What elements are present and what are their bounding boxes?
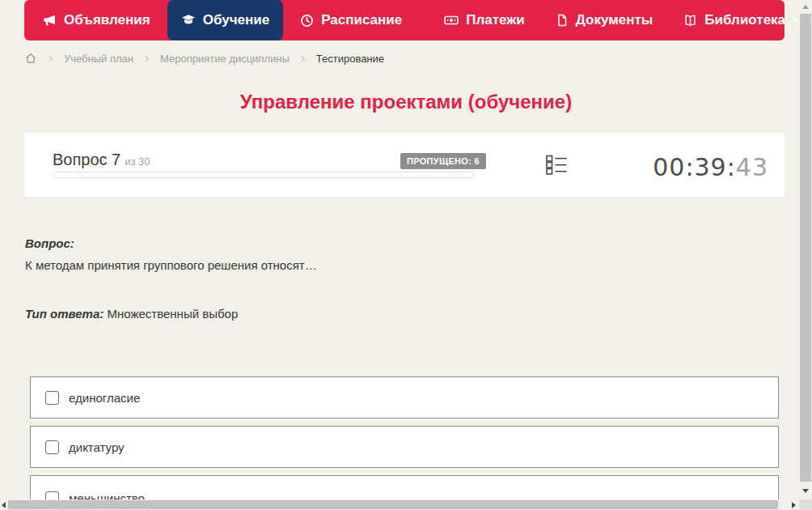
megaphone-icon xyxy=(43,14,57,28)
home-icon[interactable] xyxy=(24,52,37,65)
breadcrumb: Учебный план Мероприятие дисциплины Тест… xyxy=(24,49,384,67)
nav-item-announcements[interactable]: Объявления xyxy=(29,0,164,40)
question-total: из 30 xyxy=(125,155,150,168)
quiz-header-panel: Вопрос 7из 30 ПРОПУЩЕНО: 6 00:39:43 xyxy=(24,133,785,197)
breadcrumb-discipline-event[interactable]: Мероприятие дисциплины xyxy=(160,53,290,65)
option-checkbox[interactable] xyxy=(45,391,59,405)
quiz-progress-bar xyxy=(53,172,475,178)
skipped-badge: ПРОПУЩЕНО: 6 xyxy=(400,153,486,169)
nav-item-payments[interactable]: Платежи xyxy=(430,0,539,40)
scrollbar-corner xyxy=(799,499,812,510)
horizontal-scrollbar[interactable] xyxy=(0,499,799,510)
scroll-right-icon[interactable] xyxy=(792,502,796,508)
option-checkbox[interactable] xyxy=(45,440,59,454)
scroll-up-icon[interactable] xyxy=(802,5,809,9)
nav-item-label: Платежи xyxy=(466,12,525,28)
breadcrumb-curriculum[interactable]: Учебный план xyxy=(64,53,133,65)
question-text: К методам принятия группового решения от… xyxy=(25,258,777,272)
cash-icon xyxy=(444,13,459,28)
graduation-cap-icon xyxy=(181,13,196,28)
nav-item-library[interactable]: Библиотека xyxy=(670,0,812,40)
clock-icon xyxy=(300,14,314,28)
nav-item-documents[interactable]: Документы xyxy=(542,0,667,40)
scroll-down-icon[interactable] xyxy=(802,489,809,493)
breadcrumb-separator-icon xyxy=(299,55,307,62)
question-counter: Вопрос 7из 30 xyxy=(53,151,150,169)
quiz-progress-fill xyxy=(53,172,79,177)
option-label[interactable]: единогласие xyxy=(69,391,140,405)
nav-item-label: Библиотека xyxy=(704,12,785,28)
document-icon xyxy=(556,14,569,27)
question-number: Вопрос 7 xyxy=(53,151,121,168)
main-nav: Объявления Обучение Расписание Платежи Д… xyxy=(24,0,785,40)
answer-type-label: Тип ответа: xyxy=(25,307,104,321)
question-block: Вопрос: К методам принятия группового ре… xyxy=(25,236,777,321)
nav-item-schedule[interactable]: Расписание xyxy=(286,0,416,40)
nav-item-label: Расписание xyxy=(321,12,402,28)
nav-item-label: Документы xyxy=(576,12,653,28)
book-icon xyxy=(683,14,697,28)
vertical-scrollbar-thumb[interactable] xyxy=(800,14,811,482)
question-label: Вопрос: xyxy=(25,236,777,250)
answer-options: единогласие диктатуру меньшинство xyxy=(30,376,779,510)
horizontal-scrollbar-thumb[interactable] xyxy=(8,500,778,509)
timer-hours-minutes: 00:39: xyxy=(653,153,736,181)
option-label[interactable]: диктатуру xyxy=(69,440,125,454)
answer-type-value: Множественный выбор xyxy=(107,307,238,321)
nav-item-learning[interactable]: Обучение xyxy=(167,0,283,40)
quiz-page: Объявления Обучение Расписание Платежи Д… xyxy=(0,0,812,510)
page-title: Управление проектами (обучение) xyxy=(0,91,812,113)
answer-option-row[interactable]: диктатуру xyxy=(30,426,779,468)
answer-option-row[interactable]: единогласие xyxy=(30,376,779,419)
breadcrumb-separator-icon xyxy=(47,55,54,62)
answer-type-row: Тип ответа: Множественный выбор xyxy=(25,307,777,321)
nav-item-label: Объявления xyxy=(64,12,150,28)
question-list-icon[interactable] xyxy=(546,154,567,179)
breadcrumb-testing: Тестирование xyxy=(316,53,384,65)
timer-seconds: 43 xyxy=(736,153,768,181)
breadcrumb-separator-icon xyxy=(143,55,150,62)
vertical-scrollbar[interactable] xyxy=(799,0,812,499)
nav-item-label: Обучение xyxy=(203,12,269,28)
scroll-left-icon[interactable] xyxy=(2,502,6,508)
countdown-timer: 00:39:43 xyxy=(653,153,768,181)
